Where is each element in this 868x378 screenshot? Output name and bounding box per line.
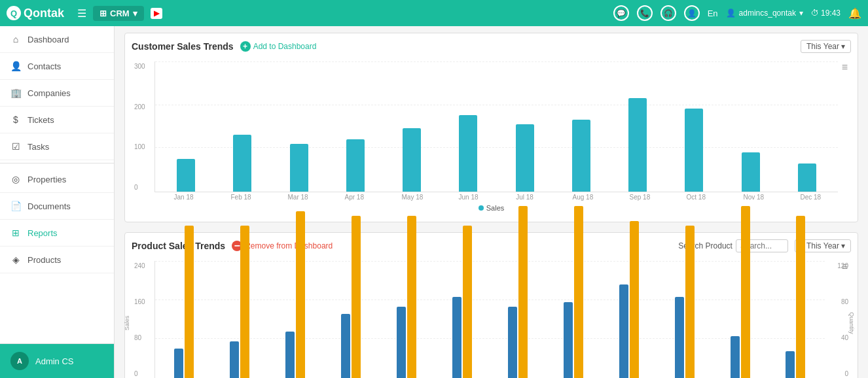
documents-icon: 📄 [10,201,21,211]
chart2-bar-qty-11 [796,216,805,378]
sidebar-item-properties[interactable]: ◎ Properties [0,166,114,193]
avatar: A [10,352,29,370]
chart1-x-label-4: May 18 [402,194,420,201]
tickets-icon: $ [10,114,21,125]
chart2-bar-sales-5 [452,297,461,378]
companies-icon: 🏢 [10,88,21,98]
chart2-bars-row [155,261,825,378]
chart2-bar-group-8 [619,221,639,378]
chart1-x-label-11: Dec 18 [801,194,819,201]
hamburger-icon[interactable]: ☰ [77,7,86,20]
sidebar-label-tasks: Tasks [27,142,49,152]
chart2-bar-group-5 [452,226,472,378]
sidebar-label-dashboard: Dashboard [27,35,69,44]
user-icon: 👤 [726,9,736,18]
chart2-bar-sales-4 [397,307,406,378]
user-menu[interactable]: 👤 admincs_qontak ▾ [726,9,803,18]
sidebar-divider [0,163,114,163]
chart2-bars-area [154,261,825,378]
chart1-x-label-7: Aug 18 [573,194,591,201]
chart1-bar-7 [572,120,590,192]
chart2-bar-sales-10 [731,336,740,378]
youtube-link[interactable]: ▶ [151,8,162,19]
chart1-x-labels: Jan 18Feb 18Mar 18Apr 18May 18Jun 18Jul … [154,194,838,201]
chart2-bar-group-4 [397,216,416,378]
sidebar-item-products[interactable]: ◈ Products [0,247,114,273]
logo: Q Qontak [7,6,64,20]
sidebar-item-companies[interactable]: 🏢 Companies [0,80,114,107]
chart1-x-label-9: Oct 18 [687,194,705,201]
chart1-y-axis: 0 100 200 300 [132,61,151,192]
sidebar-item-reports[interactable]: ⊞ Reports [0,220,114,247]
chart1-wrap: ≡ 0 100 200 300 [132,58,851,215]
chart1-bar-9 [685,109,703,192]
chart2-bar-qty-7 [574,206,583,378]
chart2-bar-sales-6 [508,307,517,378]
sidebar-label-reports: Reports [27,228,58,238]
chart1-x-label-1: Feb 18 [231,194,249,201]
chart2-bar-qty-9 [685,226,695,378]
sidebar-label-contacts: Contacts [27,61,61,71]
chart1-x-label-3: Apr 18 [345,194,363,201]
sidebar-label-tickets: Tickets [27,115,54,125]
chart1-bar-10 [742,152,760,192]
chart2-bar-sales-2 [285,332,295,378]
products-icon: ◈ [10,254,21,265]
grid-icon: ⊞ [99,9,107,18]
add-to-dashboard-button[interactable]: + Add to Dashboard [240,41,317,52]
chart1-bar-6 [516,124,534,192]
layout: ⌂ Dashboard 👤 Contacts 🏢 Companies $ Tic… [0,26,868,378]
phone-icon[interactable]: 📞 [637,5,653,21]
crm-menu[interactable]: ⊞ CRM ▾ [93,6,144,21]
language-selector[interactable]: En [708,9,718,18]
properties-icon: ◎ [10,174,21,184]
chart2-bar-group-9 [675,226,695,378]
sidebar-user-area: A Admin CS [0,343,114,378]
chart1-bar-5 [459,115,477,192]
chart1-x-label-0: Jan 18 [174,194,192,201]
chart2-bar-qty-8 [630,221,639,378]
crm-label: CRM [110,9,130,18]
chart2-section: Product Sales Trends − Remove from Dashb… [124,232,858,378]
chart2-bar-group-10 [731,206,750,378]
chart2-bar-group-6 [508,206,528,378]
sidebar-item-contacts[interactable]: 👤 Contacts [0,53,114,80]
chart1-bar-8 [628,98,647,192]
chart2-bar-sales-1 [230,341,239,378]
sidebar-label-products: Products [27,255,61,265]
headset-icon[interactable]: 🎧 [660,5,676,21]
chart2-filter-label: This Year [806,241,839,250]
chart2-bar-sales-9 [675,297,684,378]
sidebar-label-documents: Documents [27,201,71,211]
clock-display: ⏱ 19:43 [811,9,841,18]
chart2-bar-qty-2 [296,211,305,378]
chart1-filter-chevron: ▾ [841,42,845,51]
sidebar-username: Admin CS [35,356,74,366]
sidebar-item-tickets[interactable]: $ Tickets [0,107,114,133]
chart1-bar-4 [403,128,421,192]
chart2-bar-sales-8 [619,284,628,378]
tasks-icon: ☑ [10,141,21,152]
chart1-bar-2 [290,144,308,192]
add-btn-label: Add to Dashboard [253,42,317,51]
sidebar-label-companies: Companies [27,88,71,98]
sidebar-item-tasks[interactable]: ☑ Tasks [0,133,114,160]
sidebar-item-documents[interactable]: 📄 Documents [0,193,114,220]
reports-icon: ⊞ [10,228,21,238]
chart1-x-label-6: Jul 18 [516,194,534,201]
contact-icon[interactable]: 👤 [684,5,700,21]
chart2-bar-sales-3 [341,314,350,378]
username: admincs_qontak [739,9,796,18]
dashboard-icon: ⌂ [10,34,21,44]
y-label-quantity: Quantity [848,312,855,334]
chat-icon[interactable]: 💬 [613,5,629,21]
bell-icon[interactable]: 🔔 [848,7,861,20]
chart2-bar-qty-6 [518,206,528,378]
chart2-filter-chevron: ▾ [841,241,845,250]
chart2-bar-group-1 [230,226,249,378]
sidebar-item-dashboard[interactable]: ⌂ Dashboard [0,26,114,53]
legend-dot-sales [479,205,484,211]
chart2-bar-qty-5 [463,226,472,378]
chart1-filter[interactable]: This Year ▾ [801,40,851,53]
chart2-bar-sales-7 [564,302,573,378]
